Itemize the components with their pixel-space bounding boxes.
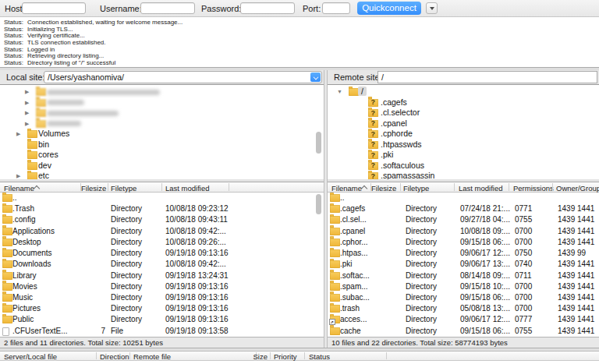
chevron-down-icon[interactable] [310, 72, 321, 82]
file-row[interactable]: .subac...Directory09/15/18 06:...0700143… [328, 292, 599, 303]
local-status-bar: 2 files and 11 directories. Total size: … [0, 337, 324, 348]
folder-icon [2, 249, 12, 257]
tree-item-cores[interactable]: cores [0, 150, 324, 161]
tree-item[interactable]: .softaculous [328, 161, 599, 171]
disclosure-down-icon[interactable]: ▼ [337, 87, 342, 97]
column-header-filename[interactable]: Filename [331, 184, 362, 193]
file-row[interactable]: .spam...Directory09/15/18 10:...07001439… [328, 281, 599, 292]
remote-site-input[interactable]: / [377, 71, 597, 83]
file-name: Library [12, 270, 37, 281]
file-permissions: 0777 [515, 314, 532, 325]
file-row[interactable]: .cpanelDirectory10/08/18 09:...07001439 … [328, 226, 599, 237]
tree-item-redacted[interactable]: ▶ [0, 87, 324, 97]
file-name: Desktop [12, 237, 41, 248]
disclosure-right-icon[interactable]: ▶ [25, 108, 29, 118]
remote-status-bar: 10 files and 22 directories. Total size:… [328, 337, 599, 348]
local-site-combobox[interactable]: /Users/yashanomiva/ [44, 71, 322, 83]
file-modified: 09/19/18 09:13:16 [165, 303, 229, 314]
folder-unknown-icon [368, 99, 378, 107]
file-row[interactable]: DesktopDirectory10/08/18 09:26:... [0, 237, 324, 248]
folder-icon [330, 249, 340, 257]
file-row[interactable]: .. [0, 193, 324, 203]
tree-item[interactable]: .pki [328, 150, 599, 161]
file-row[interactable]: .cl.sel...Directory09/27/18 04:...075514… [328, 214, 599, 225]
tree-item-redacted[interactable]: ▶ [0, 108, 324, 118]
tree-scrollbar-thumb[interactable] [316, 132, 321, 154]
tree-item-volumes[interactable]: ▶Volumes [0, 129, 324, 140]
folder-icon [330, 283, 340, 291]
file-row[interactable]: .. [328, 193, 599, 203]
file-type: Directory [111, 281, 142, 292]
disclosure-right-icon[interactable]: ▶ [25, 97, 29, 108]
username-input[interactable] [140, 2, 195, 14]
tree-item-label: Volumes [38, 129, 69, 140]
column-header-filename[interactable]: Filename [4, 184, 34, 193]
file-permissions: 0700 [515, 303, 532, 314]
file-row[interactable]: .htpas...Directory09/06/17 12:...0750143… [328, 248, 599, 259]
column-header-filesize[interactable]: Filesize [81, 184, 105, 193]
file-row[interactable]: cacheDirectory09/15/18 06:...07551439 14… [328, 326, 599, 337]
file-row[interactable]: PicturesDirectory09/19/18 09:13:16 [0, 303, 324, 314]
column-header-direction[interactable]: Direction [100, 352, 129, 361]
folder-icon [27, 172, 37, 179]
file-row[interactable]: .softac...Directory08/14/18 09:...071114… [328, 270, 599, 281]
file-row[interactable]: DocumentsDirectory09/19/18 09:13:16 [0, 248, 324, 259]
quickconnect-button[interactable]: Quickconnect [357, 2, 421, 15]
folder-icon [2, 205, 12, 213]
tree-item[interactable]: .spamassassin [328, 171, 599, 179]
disclosure-right-icon[interactable]: ▶ [16, 129, 20, 140]
tree-item-root[interactable]: ▼/ [328, 87, 599, 97]
tree-item-label: .htpasswds [381, 140, 422, 150]
column-header-status[interactable]: Status [309, 352, 330, 361]
file-row[interactable]: .cagefsDirectory07/24/18 21:...07711439 … [328, 203, 599, 214]
file-row[interactable]: .TrashDirectory10/08/18 09:23:12 [0, 203, 324, 214]
file-owner-group: 1439 1441 [558, 314, 594, 325]
column-header-filetype[interactable]: Filetype [403, 184, 429, 193]
file-permissions: 0700 [515, 281, 532, 292]
list-scrollbar-thumb[interactable] [316, 194, 321, 214]
tree-item-bin[interactable]: bin [0, 140, 324, 150]
host-input[interactable] [22, 2, 86, 14]
file-row[interactable]: MusicDirectory09/19/18 09:13:16 [0, 292, 324, 303]
log-message: Retrieving directory listing... [27, 52, 104, 59]
column-header-server-local-file[interactable]: Server/Local file [4, 352, 57, 361]
file-row[interactable]: .pkiDirectory09/06/17 13:...07401439 144… [328, 259, 599, 270]
tree-item-dev[interactable]: dev [0, 161, 324, 171]
file-row[interactable]: .trashDirectory05/08/18 13:...07001439 1… [328, 303, 599, 314]
column-header-last-modified[interactable]: Last modified [459, 184, 503, 193]
tree-item[interactable]: .htpasswds [328, 140, 599, 150]
disclosure-right-icon[interactable]: ▶ [25, 118, 29, 129]
file-row[interactable]: .cphor...Directory09/15/18 06:...0700143… [328, 237, 599, 248]
tree-item-etc[interactable]: ▶etc [0, 171, 324, 179]
file-permissions: 0700 [515, 237, 532, 248]
column-header-permissions[interactable]: Permissions [513, 184, 554, 193]
column-divider [229, 183, 229, 191]
file-row[interactable]: PublicDirectory09/19/18 09:13:16 [0, 314, 324, 325]
column-header-size[interactable]: Size [234, 352, 268, 361]
column-header-last-modified[interactable]: Last modified [165, 184, 210, 193]
file-row[interactable]: MoviesDirectory09/19/18 09:13:16 [0, 281, 324, 292]
port-input[interactable] [322, 2, 350, 14]
file-row[interactable]: .configDirectory10/08/18 09:43:11 [0, 214, 324, 225]
column-header-filesize[interactable]: Filesize [371, 184, 396, 193]
file-row[interactable]: LibraryDirectory09/19/18 13:24:31 [0, 270, 324, 281]
column-header-remote-file[interactable]: Remote file [133, 352, 171, 361]
disclosure-right-icon[interactable]: ▶ [25, 87, 29, 97]
file-row[interactable]: ApplicationsDirectory10/08/18 09:42:... [0, 226, 324, 237]
tree-item[interactable]: .cagefs [328, 97, 599, 108]
quickconnect-dropdown-icon[interactable] [426, 2, 438, 14]
column-header-filetype[interactable]: Filetype [111, 184, 136, 193]
file-row[interactable]: .CFUserTextE...7File09/19/18 09:13:58 [0, 326, 324, 337]
file-row[interactable]: DownloadsDirectory10/08/18 09:42:... [0, 259, 324, 270]
password-label: Password: [201, 4, 241, 13]
column-header-owner-group[interactable]: Owner/Group [556, 184, 599, 193]
password-input[interactable] [240, 2, 295, 14]
tree-item[interactable]: .cphorde [328, 129, 599, 140]
tree-item[interactable]: .cpanel [328, 118, 599, 129]
disclosure-right-icon[interactable]: ▶ [16, 171, 20, 179]
tree-item-redacted[interactable]: ▶ [0, 118, 324, 129]
column-header-priority[interactable]: Priority [274, 352, 297, 361]
tree-item[interactable]: .cl.selector [328, 108, 599, 118]
tree-item-redacted[interactable]: ▶ [0, 97, 324, 108]
file-row[interactable]: acces...Directory09/06/17 12:...07771439… [328, 314, 599, 325]
